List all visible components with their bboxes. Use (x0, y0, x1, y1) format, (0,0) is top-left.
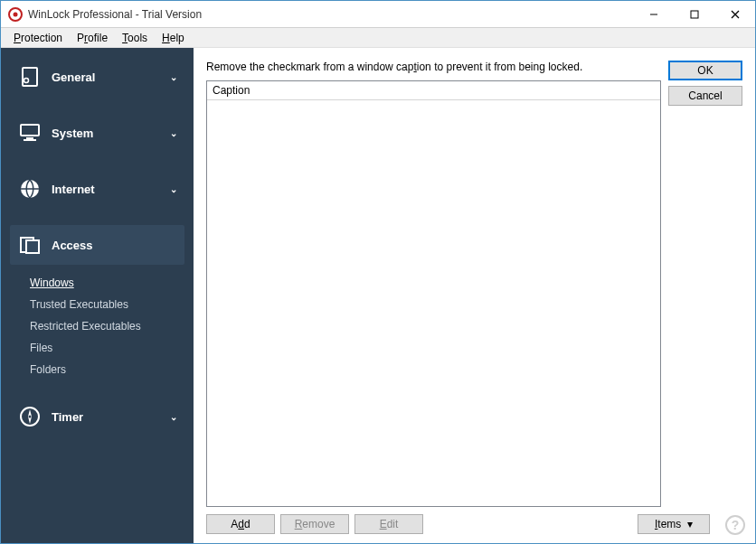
sidebar-item-restricted-exe[interactable]: Restricted Executables (30, 315, 184, 337)
app-icon (8, 7, 23, 22)
instruction-text: Remove the checkmark from a window capti… (206, 61, 661, 73)
remove-button[interactable]: Remove (280, 514, 349, 534)
sidebar-cat-system[interactable]: System ⌄ (10, 113, 184, 153)
menubar: Protection Profile Tools Help (1, 28, 755, 48)
maximize-button[interactable] (674, 2, 714, 27)
chevron-down-icon: ⌄ (170, 72, 177, 82)
globe-icon (17, 176, 43, 202)
sidebar-cat-access[interactable]: Access (10, 225, 184, 265)
computer-icon (17, 120, 43, 145)
sidebar-cat-timer[interactable]: Timer ⌄ (10, 397, 184, 436)
svg-point-1 (14, 12, 18, 16)
svg-point-16 (29, 416, 32, 418)
sidebar: General ⌄ System ⌄ Internet ⌄ Access Win… (1, 48, 194, 543)
sidebar-cat-internet[interactable]: Internet ⌄ (10, 169, 184, 209)
svg-text:?: ? (732, 518, 740, 532)
svg-rect-3 (691, 11, 698, 18)
folders-icon (17, 232, 43, 258)
add-button[interactable]: Add (206, 514, 275, 534)
items-dropdown-button[interactable]: Items ▾ (638, 514, 710, 534)
svg-point-7 (24, 79, 29, 83)
sidebar-cat-label: Access (52, 239, 93, 252)
sidebar-cat-label: Internet (52, 183, 95, 196)
chevron-down-icon: ⌄ (170, 412, 177, 422)
sidebar-cat-general[interactable]: General ⌄ (10, 57, 184, 97)
titlebar: WinLock Professional - Trial Version (1, 1, 755, 28)
menu-protection[interactable]: Protection (6, 30, 70, 46)
help-icon[interactable]: ? (724, 514, 746, 536)
sidebar-cat-label: General (52, 70, 95, 84)
sidebar-item-windows[interactable]: Windows (30, 272, 184, 294)
sidebar-item-files[interactable]: Files (30, 337, 184, 359)
cancel-button[interactable]: Cancel (668, 86, 742, 106)
chevron-down-icon: ⌄ (170, 184, 177, 194)
chevron-down-icon: ⌄ (170, 128, 177, 138)
monitor-icon (17, 64, 43, 89)
svg-rect-10 (24, 139, 36, 141)
edit-button[interactable]: Edit (354, 514, 423, 534)
compass-icon (17, 404, 43, 429)
list-column-header[interactable]: Caption (207, 81, 660, 100)
window-title: WinLock Professional - Trial Version (28, 8, 202, 21)
close-button[interactable] (714, 2, 755, 27)
svg-rect-9 (26, 137, 33, 139)
sidebar-item-folders[interactable]: Folders (30, 359, 184, 380)
sidebar-subitems-access: Windows Trusted Executables Restricted E… (10, 272, 184, 380)
bottom-toolbar: Add Remove Edit Items ▾ (206, 514, 742, 534)
svg-rect-8 (21, 125, 39, 136)
menu-profile[interactable]: Profile (70, 30, 115, 46)
svg-rect-13 (26, 240, 39, 253)
minimize-button[interactable] (633, 2, 674, 27)
ok-button[interactable]: OK (668, 61, 742, 80)
menu-help[interactable]: Help (155, 30, 192, 46)
main-panel: Remove the checkmark from a window capti… (194, 48, 755, 543)
caption-listbox[interactable]: Caption (206, 80, 661, 507)
menu-tools[interactable]: Tools (115, 30, 155, 46)
sidebar-cat-label: System (52, 127, 93, 140)
sidebar-cat-label: Timer (52, 410, 83, 424)
svg-rect-6 (23, 68, 37, 86)
sidebar-item-trusted-exe[interactable]: Trusted Executables (30, 294, 184, 315)
